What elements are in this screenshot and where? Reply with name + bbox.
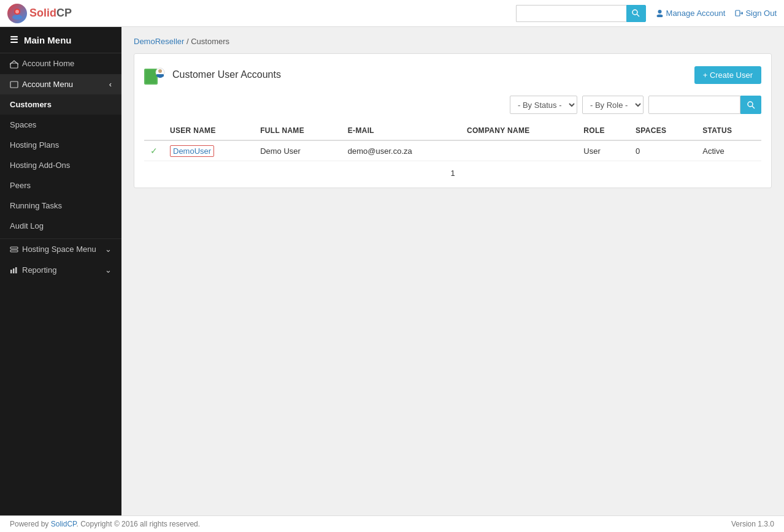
svg-rect-21 — [156, 74, 164, 77]
col-spaces: SPACES — [629, 121, 696, 140]
svg-point-3 — [632, 10, 637, 15]
logo-text: SolidCP — [29, 7, 72, 20]
svg-rect-15 — [15, 267, 17, 273]
content-area: DemoReseller / Customers — [121, 27, 784, 515]
breadcrumb-parent[interactable]: DemoReseller — [134, 37, 184, 46]
global-search — [516, 5, 646, 22]
sidebar-item-account-home[interactable]: Account Home — [0, 53, 121, 74]
main-menu-label: Main Menu — [24, 35, 72, 45]
sidebar-audit-log-label: Audit Log — [10, 221, 44, 230]
navbar-left: SolidCP — [7, 4, 72, 23]
svg-point-22 — [748, 102, 753, 107]
global-search-input[interactable] — [516, 5, 626, 22]
col-fullname: FULL NAME — [254, 121, 342, 140]
sidebar-item-spaces[interactable]: Spaces — [0, 115, 121, 135]
row-spaces: 0 — [629, 140, 696, 161]
sidebar-customers-label: Customers — [10, 100, 52, 109]
manage-account-label: Manage Account — [666, 9, 726, 18]
sidebar-item-peers[interactable]: Peers — [0, 175, 121, 196]
sidebar-running-tasks-label: Running Tasks — [10, 201, 62, 210]
col-check — [144, 121, 164, 140]
main-menu-header[interactable]: ☰ Main Menu — [0, 27, 121, 53]
search-filter-input[interactable] — [648, 96, 740, 114]
svg-line-23 — [752, 106, 755, 108]
table-row: ✓ DemoUser Demo User demo@user.co.za Use… — [144, 140, 761, 161]
svg-rect-11 — [10, 247, 18, 249]
sidebar-item-hosting-plans[interactable]: Hosting Plans — [0, 135, 121, 155]
svg-point-1 — [12, 15, 22, 20]
row-username: DemoUser — [164, 140, 254, 161]
nav-links: Manage Account Sign Out — [656, 9, 777, 18]
filter-bar: - By Status - Active Inactive - By Role … — [144, 96, 761, 114]
col-status: STATUS — [696, 121, 761, 140]
search-filter-group — [648, 96, 761, 114]
sidebar-hosting-space-menu-label: Hosting Space Menu — [10, 245, 96, 254]
main-layout: ☰ Main Menu Account Home Account Menu ‹ … — [0, 27, 784, 515]
logo[interactable]: SolidCP — [7, 4, 72, 23]
svg-rect-9 — [10, 63, 18, 68]
sign-out-link[interactable]: Sign Out — [735, 9, 777, 18]
customer-accounts-panel: Customer User Accounts + Create User - B… — [134, 53, 772, 188]
sidebar-item-label: Account Home — [10, 59, 74, 69]
svg-point-19 — [158, 69, 162, 73]
role-filter[interactable]: - By Role - User Admin — [582, 96, 644, 114]
panel-title-text: Customer User Accounts — [172, 69, 281, 80]
svg-point-5 — [658, 10, 661, 13]
sign-out-label: Sign Out — [745, 9, 777, 18]
col-email: E-MAIL — [342, 121, 461, 140]
svg-rect-7 — [736, 10, 740, 16]
footer-copyright: . Copyright © 2016 all rights reserved. — [77, 520, 201, 528]
sidebar-item-audit-log[interactable]: Audit Log — [0, 216, 121, 236]
col-role: ROLE — [577, 121, 629, 140]
status-filter[interactable]: - By Status - Active Inactive — [510, 96, 577, 114]
hosting-space-menu-chevron-icon: ⌄ — [105, 245, 112, 254]
svg-rect-14 — [13, 268, 15, 273]
sidebar-item-account-menu[interactable]: Account Menu ‹ — [0, 74, 121, 95]
footer-brand-link[interactable]: SolidCP — [51, 520, 77, 528]
account-menu-chevron-icon: ‹ — [109, 80, 112, 89]
reporting-chevron-icon: ⌄ — [105, 265, 112, 275]
footer-left: Powered by SolidCP. Copyright © 2016 all… — [10, 520, 200, 528]
menu-icon: ☰ — [10, 34, 18, 45]
sidebar-hosting-addons-label: Hosting Add-Ons — [10, 161, 70, 170]
panel-icon — [144, 64, 166, 86]
manage-account-link[interactable]: Manage Account — [656, 9, 726, 18]
breadcrumb-current: Customers — [191, 37, 229, 46]
footer-version: Version 1.3.0 — [731, 520, 774, 528]
sidebar-hosting-plans-label: Hosting Plans — [10, 140, 59, 150]
row-fullname: Demo User — [254, 140, 342, 161]
row-role: User — [577, 140, 629, 161]
sidebar-account-menu-label: Account Menu — [10, 80, 73, 89]
row-company — [461, 140, 577, 161]
pagination: 1 — [144, 169, 761, 178]
sidebar-peers-label: Peers — [10, 181, 31, 190]
footer-powered-by: Powered by — [10, 520, 51, 528]
username-link[interactable]: DemoUser — [170, 145, 214, 157]
svg-rect-17 — [145, 70, 156, 83]
footer: Powered by SolidCP. Copyright © 2016 all… — [0, 515, 784, 532]
svg-point-2 — [15, 10, 19, 13]
svg-rect-12 — [10, 250, 18, 252]
sidebar-reporting-label: Reporting — [10, 265, 56, 275]
svg-rect-13 — [10, 270, 12, 273]
sidebar-item-running-tasks[interactable]: Running Tasks — [0, 196, 121, 216]
global-search-button[interactable] — [626, 5, 646, 22]
col-username: USER NAME — [164, 121, 254, 140]
sidebar-item-hosting-addons[interactable]: Hosting Add-Ons — [0, 155, 121, 175]
row-check: ✓ — [144, 140, 164, 161]
row-email: demo@user.co.za — [342, 140, 461, 161]
sidebar-item-customers[interactable]: Customers — [0, 94, 121, 115]
search-filter-button[interactable] — [740, 96, 761, 114]
sidebar-item-reporting[interactable]: Reporting ⌄ — [0, 260, 121, 281]
svg-point-6 — [656, 15, 663, 18]
create-user-button[interactable]: + Create User — [694, 66, 761, 84]
panel-header: Customer User Accounts + Create User — [144, 64, 761, 86]
table-body: ✓ DemoUser Demo User demo@user.co.za Use… — [144, 140, 761, 161]
top-navbar: SolidCP Manage Account Sign Out — [0, 0, 784, 27]
sidebar-spaces-label: Spaces — [10, 120, 36, 129]
navbar-right: Manage Account Sign Out — [516, 5, 777, 22]
sidebar-item-hosting-space-menu[interactable]: Hosting Space Menu ⌄ — [0, 238, 121, 260]
col-company: COMPANY NAME — [461, 121, 577, 140]
users-table: USER NAME FULL NAME E-MAIL COMPANY NAME … — [144, 121, 761, 161]
breadcrumb: DemoReseller / Customers — [134, 37, 772, 46]
